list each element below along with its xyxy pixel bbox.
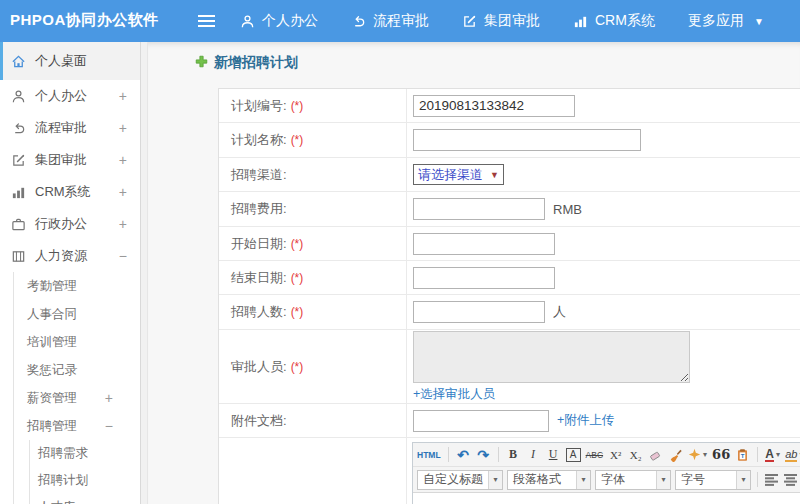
- sidebar-item-hr-contract[interactable]: 人事合同: [0, 300, 140, 328]
- blockquote-button[interactable]: 66: [712, 446, 730, 464]
- sidebar-item-group-approval[interactable]: 集团审批 +: [0, 144, 140, 176]
- add-plus-icon: [195, 54, 208, 72]
- editor-content-area[interactable]: [413, 493, 800, 504]
- end-date-input[interactable]: [413, 267, 555, 289]
- subscript-button[interactable]: X₂: [628, 446, 643, 464]
- redo-button[interactable]: ↷: [476, 446, 491, 464]
- nav-crm-system[interactable]: CRM系统: [573, 12, 655, 30]
- form-row-editor: HTML ↶ ↷ B I U A ABC X² X₂: [219, 438, 800, 504]
- form-row-start-date: 开始日期:(*): [219, 227, 800, 261]
- plan-name-input[interactable]: [413, 129, 641, 151]
- autotypeset-button[interactable]: A: [566, 448, 581, 462]
- channel-select[interactable]: 请选择渠道 ▼: [413, 164, 504, 185]
- approvers-textarea[interactable]: [413, 331, 690, 383]
- attachment-input[interactable]: [413, 410, 549, 432]
- align-center-icon[interactable]: [783, 471, 798, 489]
- bold-button[interactable]: B: [506, 446, 521, 464]
- dropdown-arrow-icon: ▾: [656, 471, 670, 489]
- editor-toolbar-row2: 自定义标题 ▾ 段落格式 ▾ 字体 ▾: [413, 467, 800, 493]
- expand-icon[interactable]: +: [119, 88, 127, 104]
- underline-button[interactable]: U: [546, 446, 561, 464]
- required-mark: (*): [291, 133, 304, 147]
- format-brush-icon[interactable]: [668, 446, 683, 464]
- sidebar-item-personal-office[interactable]: 个人办公 +: [0, 80, 140, 112]
- top-bar: PHPOA协同办公软件 个人办公 流程审批 集团审批 CRM系统 更多应用 ▼: [0, 0, 800, 42]
- font-color-button[interactable]: A▾: [765, 446, 780, 464]
- required-mark: (*): [291, 237, 304, 251]
- unit-label: RMB: [553, 202, 582, 217]
- expand-icon[interactable]: +: [119, 120, 127, 136]
- sidebar-item-personal-desktop[interactable]: 个人桌面: [0, 42, 140, 80]
- expand-icon[interactable]: +: [119, 152, 127, 168]
- person-icon: [10, 88, 26, 104]
- nav-more-apps[interactable]: 更多应用 ▼: [688, 12, 764, 30]
- form-row-end-date: 结束日期:(*): [219, 261, 800, 295]
- form-row-channel: 招聘渠道: 请选择渠道 ▼: [219, 158, 800, 192]
- form-row-plan-name: 计划名称:(*): [219, 123, 800, 158]
- hr-book-icon: [10, 248, 26, 264]
- sidebar-item-admin-office[interactable]: 行政办公 +: [0, 208, 140, 240]
- menu-icon[interactable]: [198, 15, 215, 17]
- html-source-button[interactable]: HTML: [417, 446, 441, 464]
- top-nav: 个人办公 流程审批 集团审批 CRM系统 更多应用 ▼: [240, 0, 764, 42]
- sidebar: 个人桌面 个人办公 + 流程审批 + 集团审批 + CRM系统 + 行政办公 +: [0, 42, 141, 504]
- nav-group-approval[interactable]: 集团审批: [462, 12, 540, 30]
- sidebar-gutter: [141, 42, 148, 504]
- attachment-upload-link[interactable]: +附件上传: [557, 412, 614, 429]
- sidebar-item-crm-system[interactable]: CRM系统 +: [0, 176, 140, 208]
- dropdown-arrow-icon: ▾: [576, 471, 590, 489]
- align-left-icon[interactable]: [764, 471, 779, 489]
- workflow-icon: [351, 14, 366, 29]
- svg-text:T: T: [741, 451, 745, 458]
- form-row-cost: 招聘费用: RMB: [219, 192, 800, 227]
- sidebar-item-talent-pool[interactable]: 人才库: [0, 494, 140, 504]
- eraser-icon[interactable]: [648, 446, 663, 464]
- quick-format-icon[interactable]: ▾: [688, 446, 707, 464]
- highlight-color-button[interactable]: ab▾: [785, 446, 800, 464]
- sidebar-item-workflow-approval[interactable]: 流程审批 +: [0, 112, 140, 144]
- paragraph-format-select[interactable]: 段落格式 ▾: [507, 470, 591, 490]
- required-mark: (*): [291, 305, 304, 319]
- strikethrough-button[interactable]: ABC: [586, 446, 603, 464]
- form-row-attachment: 附件文档: +附件上传: [219, 404, 800, 438]
- sidebar-item-recruit-mgmt[interactable]: 招聘管理 −: [0, 412, 140, 440]
- cost-input[interactable]: [413, 198, 545, 220]
- sidebar-item-attendance[interactable]: 考勤管理: [0, 272, 140, 300]
- expand-icon[interactable]: +: [119, 216, 127, 232]
- sidebar-item-recruit-plan[interactable]: 招聘计划: [0, 467, 140, 494]
- sidebar-item-rewards[interactable]: 奖惩记录: [0, 356, 140, 384]
- dropdown-arrow-icon: ▾: [736, 471, 750, 489]
- dropdown-arrow-icon: ▼: [490, 170, 499, 180]
- font-size-select[interactable]: 字号 ▾: [675, 470, 751, 490]
- caret-down-icon: ▼: [754, 16, 764, 27]
- plan-number-input[interactable]: [413, 95, 575, 117]
- sidebar-item-human-resources[interactable]: 人力资源 −: [0, 240, 140, 272]
- sidebar-item-training[interactable]: 培训管理: [0, 328, 140, 356]
- briefcase-icon: [10, 216, 26, 232]
- expand-icon[interactable]: +: [105, 390, 113, 406]
- custom-title-select[interactable]: 自定义标题 ▾: [417, 470, 503, 490]
- select-approvers-link[interactable]: +选择审批人员: [413, 386, 495, 403]
- undo-button[interactable]: ↶: [456, 446, 471, 464]
- nav-personal-office[interactable]: 个人办公: [240, 12, 318, 30]
- headcount-input[interactable]: [413, 301, 545, 323]
- bar-chart-icon: [10, 184, 26, 200]
- required-mark: (*): [291, 360, 304, 374]
- superscript-button[interactable]: X²: [608, 446, 623, 464]
- unit-label: 人: [553, 303, 566, 321]
- start-date-input[interactable]: [413, 233, 555, 255]
- paste-text-icon[interactable]: T: [735, 446, 750, 464]
- sidebar-item-salary[interactable]: 薪资管理 +: [0, 384, 140, 412]
- collapse-icon[interactable]: −: [119, 248, 127, 264]
- form-row-headcount: 招聘人数:(*) 人: [219, 295, 800, 330]
- sidebar-item-recruit-demand[interactable]: 招聘需求: [0, 440, 140, 467]
- nav-workflow-approval[interactable]: 流程审批: [351, 12, 429, 30]
- app-logo: PHPOA协同办公软件: [10, 11, 159, 30]
- font-family-select[interactable]: 字体 ▾: [595, 470, 671, 490]
- expand-icon[interactable]: +: [119, 184, 127, 200]
- workflow-icon: [10, 120, 26, 136]
- edit-icon: [462, 14, 477, 29]
- edit-icon: [10, 152, 26, 168]
- italic-button[interactable]: I: [526, 446, 541, 464]
- collapse-icon[interactable]: −: [105, 418, 113, 434]
